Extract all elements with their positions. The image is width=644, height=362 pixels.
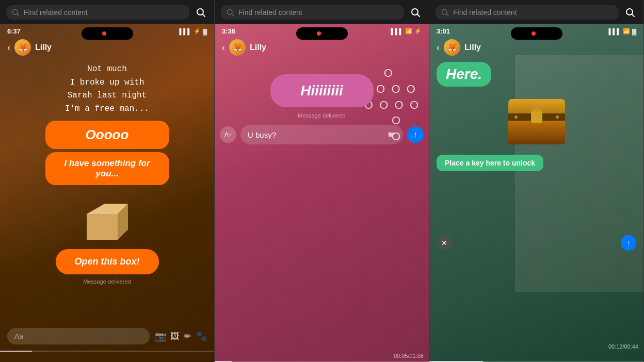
signal-icon-1: ▌▌▌ — [180, 28, 191, 35]
message-input-2[interactable]: U busy? ☛ — [240, 125, 403, 144]
back-button-3[interactable]: ‹ — [437, 42, 440, 53]
message-delivered-1: Message delivered — [8, 278, 206, 285]
svg-line-12 — [446, 13, 448, 15]
search-icon-btn-1 — [196, 7, 206, 18]
here-bubble-container: Here. — [429, 59, 643, 90]
hiiiii-text: Hiiiiiiii — [300, 83, 343, 98]
time-label-3-wrap: 00:12/00:44 — [608, 341, 638, 351]
something-text: I have something for you... — [54, 158, 161, 179]
avatar-1: 🦊 — [14, 39, 31, 56]
search-placeholder-3: Find related content — [453, 8, 614, 17]
search-icon-btn-2 — [410, 7, 421, 18]
svg-line-14 — [632, 14, 635, 17]
search-button-3[interactable] — [623, 5, 637, 20]
sticker-icon-1[interactable]: 🐾 — [196, 331, 207, 342]
status-icons-1: ▌▌▌ ⚡ ▓ — [180, 28, 207, 35]
draw-icon-1[interactable]: ✏ — [184, 331, 191, 342]
action-row-3: ✕ ↑ — [429, 232, 643, 254]
wifi-icon-3: 📶 — [623, 28, 630, 35]
svg-line-10 — [417, 14, 420, 17]
contact-name-3: Lilly — [464, 43, 481, 52]
battery-icon-1: ▓ — [203, 28, 207, 35]
bubble-something: I have something for you... — [45, 152, 169, 185]
message-text-1: Not much I broke up with Sarah last nigh… — [8, 63, 206, 116]
progress-bar-1 — [0, 351, 214, 352]
status-dot-3 — [532, 31, 536, 36]
hiiiii-bubble: Hiiiiiiii — [270, 74, 374, 107]
panel-1: Find related content 6:37 ▌▌▌ ⚡ ▓ — [0, 0, 215, 362]
bottom-input-bar-1: Aa 📷 🖼 ✏ 🐾 — [0, 324, 214, 349]
panel-3: Find related content 3:01 ▌▌▌ 📶 ▓ ‹ — [429, 0, 644, 362]
avatar-2: 🦊 — [229, 39, 246, 56]
message-input-1[interactable]: Aa — [7, 328, 150, 344]
status-bar-3: 3:01 ▌▌▌ 📶 ▓ — [429, 24, 643, 36]
back-button-2[interactable]: ‹ — [222, 42, 225, 53]
back-button-1[interactable]: ‹ — [7, 42, 10, 53]
wifi-icon-2: 📶 — [405, 28, 412, 35]
open-box-button[interactable]: Open this box! — [56, 249, 159, 274]
svg-line-3 — [203, 14, 205, 17]
search-input-wrap-3[interactable]: Find related content — [436, 5, 619, 20]
svg-line-8 — [232, 13, 234, 15]
input-row-2: A+ U busy? ☛ ↑ — [215, 121, 429, 149]
time-label-3: 00:12/00:44 — [608, 343, 638, 350]
status-bar-1: 6:37 ▌▌▌ ⚡ ▓ — [0, 24, 214, 36]
chest-svg — [503, 95, 570, 146]
unlock-label-container: Place a key here to unlock — [429, 152, 643, 174]
nav-bar-1: ‹ 🦊 Lilly — [0, 36, 214, 59]
panel-2: Find related content 3:36 ▌▌▌ 📶 ⚡ ‹ — [215, 0, 429, 362]
search-icon-2 — [226, 8, 234, 17]
signal-icon-2: ▌▌▌ — [391, 28, 403, 35]
box-3d-svg — [76, 188, 138, 245]
input-text-2: U busy? — [248, 130, 276, 139]
svg-marker-4 — [87, 214, 118, 240]
ooooo-text: Ooooo — [54, 127, 161, 143]
status-time-1: 6:37 — [7, 27, 21, 35]
search-button-1[interactable] — [194, 5, 208, 20]
send-button-3[interactable]: ↑ — [621, 235, 636, 251]
battery-icon-3: ▓ — [632, 28, 636, 35]
phone-screen-1: 6:37 ▌▌▌ ⚡ ▓ ‹ 🦊 Lilly Not much I broke … — [0, 24, 214, 362]
status-icons-2: ▌▌▌ 📶 ⚡ — [391, 28, 422, 35]
search-icon-3 — [441, 8, 449, 17]
svg-rect-20 — [531, 111, 542, 123]
contact-name-1: Lilly — [35, 43, 52, 52]
wifi-icon-1: ⚡ — [194, 28, 201, 35]
time-label-2: 00:05/01:08 — [394, 353, 424, 359]
status-icons-3: ▌▌▌ 📶 ▓ — [609, 28, 636, 35]
avatar-3: 🦊 — [444, 39, 460, 56]
message-delivered-2: Message delivered — [215, 112, 429, 119]
box-3d-container — [8, 188, 206, 245]
chest-container — [503, 95, 570, 146]
nav-bar-2: ‹ 🦊 Lilly — [215, 36, 429, 59]
status-time-2: 3:36 — [222, 27, 235, 35]
svg-point-23 — [556, 116, 559, 119]
search-bar-3: Find related content — [429, 0, 643, 24]
open-box-label: Open this box! — [75, 256, 140, 267]
status-time-3: 3:01 — [437, 27, 450, 35]
search-input-wrap-1[interactable]: Find related content — [6, 5, 189, 20]
search-icon-1 — [11, 8, 20, 17]
chat-messages-1: Not much I broke up with Sarah last nigh… — [0, 59, 214, 291]
status-dot-2 — [317, 31, 321, 36]
compose-btn-2[interactable]: A+ — [220, 126, 236, 143]
search-input-wrap-2[interactable]: Find related content — [221, 5, 404, 20]
search-button-2[interactable] — [408, 5, 423, 20]
close-button-3[interactable]: ✕ — [437, 235, 452, 251]
bottom-icons-1: 📷 🖼 ✏ 🐾 — [155, 331, 207, 342]
search-bar-2: Find related content — [215, 0, 429, 24]
phone-screen-3: 3:01 ▌▌▌ 📶 ▓ ‹ 🦊 Lilly Here. — [429, 24, 643, 362]
svg-point-22 — [514, 116, 518, 119]
progress-fill-1 — [0, 351, 32, 352]
contact-name-2: Lilly — [250, 43, 266, 52]
camera-icon-1[interactable]: 📷 — [155, 331, 166, 342]
gallery-icon-1[interactable]: 🖼 — [170, 331, 180, 342]
cursor-icon: ☛ — [388, 129, 396, 140]
status-bar-2: 3:36 ▌▌▌ 📶 ⚡ — [215, 24, 429, 36]
phone-screen-2: 3:36 ▌▌▌ 📶 ⚡ ‹ 🦊 Lilly O O O O O O O O O… — [215, 24, 429, 362]
send-arrow-icon: ↑ — [413, 130, 417, 139]
search-placeholder-2: Find related content — [238, 8, 399, 17]
send-button-2[interactable]: ↑ — [407, 126, 424, 143]
search-placeholder-1: Find related content — [24, 8, 184, 17]
signal-icon-3: ▌▌▌ — [609, 28, 621, 35]
